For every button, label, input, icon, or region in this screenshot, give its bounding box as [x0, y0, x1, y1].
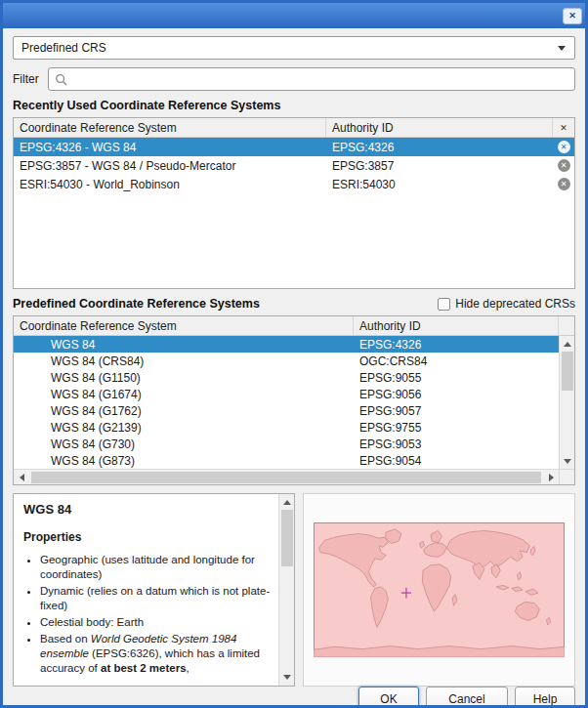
column-header-crs: Coordinate Reference System [14, 316, 354, 335]
crs-properties-list: Geographic (uses latitude and longitude … [40, 553, 271, 676]
crs-name: EPSG:3857 - WGS 84 / Pseudo-Mercator [14, 159, 326, 173]
dialog-content: Predefined CRS Filter Recently Used Coor… [3, 28, 585, 705]
predefined-table-header: Coordinate Reference System Authority ID [14, 316, 574, 336]
crs-name: WGS 84 [14, 338, 354, 352]
crs-authority: EPSG:9057 [354, 404, 559, 418]
crs-name: EPSG:4326 - WGS 84 [14, 141, 326, 154]
world-map-extent-preview [314, 522, 565, 657]
predefined-crs-row[interactable]: WGS 84 (G1150) EPSG:9055 [14, 369, 574, 386]
scrollbar-thumb[interactable] [562, 352, 573, 391]
crs-property-item: Based on World Geodetic System 1984 ense… [40, 632, 271, 676]
filter-input-wrap [48, 67, 575, 91]
ok-button[interactable]: OK [358, 687, 419, 706]
crs-name: WGS 84 (CRS84) [14, 354, 354, 368]
chevron-down-icon [558, 46, 566, 51]
crs-property-item: Geographic (uses latitude and longitude … [40, 553, 271, 582]
scroll-up-button[interactable] [279, 494, 295, 510]
arrow-right-icon [549, 474, 554, 481]
crs-authority: EPSG:3857 [326, 159, 553, 173]
scrollbar-thumb[interactable] [31, 472, 541, 483]
crs-name: WGS 84 (G1150) [14, 371, 354, 385]
hide-deprecated-checkbox[interactable] [438, 298, 450, 311]
cancel-button[interactable]: Cancel [426, 687, 508, 706]
crs-name: WGS 84 (G1762) [14, 404, 354, 418]
crs-authority: EPSG:9053 [354, 437, 559, 451]
arrow-left-icon [20, 474, 24, 481]
crs-mode-value: Predefined CRS [21, 41, 106, 55]
crs-extent-map-panel [303, 493, 575, 687]
horizontal-scrollbar[interactable] [14, 469, 559, 484]
predefined-crs-row[interactable]: WGS 84 (G1674) EPSG:9056 [14, 386, 574, 402]
help-button[interactable]: Help [515, 687, 575, 706]
column-header-spacer [559, 316, 574, 335]
crs-authority: EPSG:9055 [354, 371, 559, 385]
predefined-crs-table: Coordinate Reference System Authority ID… [13, 315, 575, 485]
predefined-crs-row[interactable]: WGS 84 (G1762) EPSG:9057 [14, 402, 574, 419]
crs-name: WGS 84 (G730) [14, 437, 354, 451]
crs-name: WGS 84 (G1674) [14, 388, 354, 401]
crs-property-item: Celestial body: Earth [40, 615, 271, 630]
predefined-crs-row[interactable]: WGS 84 (G873) EPSG:9054 [14, 452, 574, 469]
vertical-scrollbar[interactable] [278, 494, 294, 686]
crs-authority: EPSG:9054 [354, 454, 559, 468]
recent-crs-row[interactable]: ESRI:54030 - World_Robinson ESRI:54030 ✕ [14, 175, 574, 193]
crs-name: WGS 84 (G873) [14, 454, 354, 468]
filter-input[interactable] [72, 72, 568, 86]
titlebar[interactable]: ✕ [3, 3, 585, 28]
filter-label: Filter [13, 72, 39, 86]
column-header-authority: Authority ID [354, 316, 559, 335]
predefined-crs-row[interactable]: WGS 84 EPSG:4326 [14, 336, 574, 353]
filter-row: Filter [13, 67, 575, 91]
scroll-down-button[interactable] [279, 670, 295, 686]
predefined-crs-row[interactable]: WGS 84 (G2139) EPSG:9755 [14, 419, 574, 436]
recent-crs-row[interactable]: EPSG:3857 - WGS 84 / Pseudo-Mercator EPS… [14, 156, 574, 175]
remove-column-icon: ✕ [560, 123, 567, 133]
scroll-down-button[interactable] [560, 453, 575, 469]
crs-name: WGS 84 (G2139) [14, 421, 354, 435]
arrow-down-icon [564, 459, 571, 464]
crs-authority: EPSG:4326 [354, 338, 559, 352]
crs-description-panel: WGS 84 Properties Geographic (uses latit… [13, 493, 295, 687]
arrow-up-icon [283, 500, 291, 505]
dialog-button-row: OK Cancel Help [13, 687, 575, 706]
crs-authority: EPSG:4326 [326, 141, 553, 154]
vertical-scrollbar[interactable] [559, 336, 574, 469]
remove-recent-crs-icon[interactable]: ✕ [558, 178, 570, 190]
hide-deprecated-label: Hide deprecated CRSs [455, 297, 575, 311]
crs-details-title: WGS 84 [23, 502, 271, 517]
predefined-section-title: Predefined Coordinate Reference Systems [13, 297, 260, 311]
predefined-crs-row[interactable]: WGS 84 (CRS84) OGC:CRS84 [14, 353, 574, 369]
arrow-up-icon [564, 342, 571, 347]
crs-authority: OGC:CRS84 [354, 354, 559, 368]
scrollbar-thumb[interactable] [281, 510, 293, 566]
predefined-crs-row[interactable]: WGS 84 (G730) EPSG:9053 [14, 436, 574, 452]
arrow-down-icon [283, 675, 291, 680]
crs-authority: EPSG:9056 [354, 388, 559, 401]
crs-property-item: Dynamic (relies on a datum which is not … [40, 584, 271, 613]
recent-table-header: Coordinate Reference System Authority ID… [14, 118, 574, 138]
column-header-authority: Authority ID [326, 118, 553, 137]
crs-mode-select[interactable]: Predefined CRS [13, 36, 575, 60]
close-icon: ✕ [568, 12, 576, 21]
recent-section-title: Recently Used Coordinate Reference Syste… [13, 99, 575, 112]
predefined-section-header: Predefined Coordinate Reference Systems … [13, 297, 575, 311]
recent-crs-table: Coordinate Reference System Authority ID… [13, 117, 575, 289]
recent-crs-row[interactable]: EPSG:4326 - WGS 84 EPSG:4326 ✕ [14, 138, 574, 156]
crs-authority: EPSG:9755 [354, 421, 559, 435]
crs-name: ESRI:54030 - World_Robinson [14, 178, 326, 191]
scrollbar-corner [559, 469, 574, 484]
crs-details-row: WGS 84 Properties Geographic (uses latit… [13, 493, 575, 687]
crs-selector-dialog: ✕ Predefined CRS Filter Recently Used Co… [0, 0, 588, 708]
remove-recent-crs-icon[interactable]: ✕ [558, 159, 570, 172]
remove-recent-crs-icon[interactable]: ✕ [558, 141, 570, 153]
column-header-crs: Coordinate Reference System [14, 118, 326, 137]
scroll-right-button[interactable] [543, 470, 559, 485]
crs-properties-heading: Properties [23, 530, 271, 544]
scroll-up-button[interactable] [560, 336, 575, 352]
crs-authority: ESRI:54030 [326, 178, 553, 191]
search-icon [55, 73, 67, 86]
column-header-remove: ✕ [553, 118, 574, 137]
close-button[interactable]: ✕ [563, 8, 582, 24]
scroll-left-button[interactable] [14, 470, 29, 485]
hide-deprecated-checkbox-row[interactable]: Hide deprecated CRSs [438, 297, 575, 311]
